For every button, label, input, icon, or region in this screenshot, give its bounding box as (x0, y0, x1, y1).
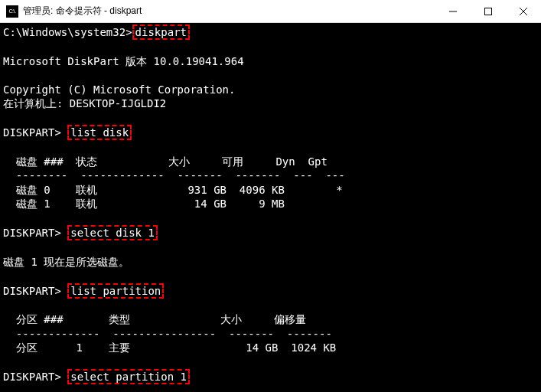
maximize-icon (484, 8, 492, 15)
disk-row-1: 磁盘 1 联机 14 GB 9 MB (3, 198, 285, 210)
cmd-icon: C:\. (6, 5, 18, 18)
close-icon (520, 8, 527, 15)
minimize-button[interactable] (435, 0, 471, 22)
cmd-highlight-seldisk: select disk 1 (67, 225, 158, 240)
disk-table-divider: -------- ------------- ------- ------- -… (3, 169, 345, 181)
cmd-highlight-diskpart: diskpart (132, 24, 190, 40)
cmd-highlight-selpart: select partition 1 (67, 369, 190, 384)
diskpart-prompt: DISKPART> (3, 371, 67, 383)
partition-table-divider: ------------- ---------------- ------- -… (3, 328, 332, 340)
diskpart-prompt: DISKPART> (3, 126, 67, 139)
diskpart-prompt: DISKPART> (3, 227, 67, 239)
diskpart-prompt: DISKPART> (3, 285, 67, 297)
disk-table-header: 磁盘 ### 状态 大小 可用 Dyn Gpt (3, 155, 328, 168)
partition-table-header: 分区 ### 类型 大小 偏移量 (3, 313, 306, 325)
maximize-button[interactable] (471, 0, 506, 22)
copyright-line: Copyright (C) Microsoft Corporation. (3, 83, 235, 96)
window-title: 管理员: 命令提示符 - diskpart (23, 5, 435, 18)
svg-rect-1 (485, 8, 492, 15)
cmd-highlight-listdisk: list disk (67, 125, 132, 140)
terminal-output[interactable]: C:\Windows\system32>diskpart Microsoft D… (0, 23, 541, 392)
window-controls (435, 0, 541, 22)
computer-line: 在计算机上: DESKTOP-IJGLDI2 (3, 97, 166, 109)
titlebar[interactable]: C:\. 管理员: 命令提示符 - diskpart (0, 0, 541, 23)
prompt-path: C:\Windows\system32> (3, 26, 132, 38)
partition-row-0: 分区 1 主要 14 GB 1024 KB (3, 341, 336, 354)
close-button[interactable] (506, 0, 541, 22)
cmd-window: C:\. 管理员: 命令提示符 - diskpart C:\Windows\sy… (0, 0, 541, 392)
seldisk-message: 磁盘 1 现在是所选磁盘。 (3, 256, 129, 268)
cmd-highlight-listpart: list partition (67, 283, 164, 299)
version-line: Microsoft DiskPart 版本 10.0.19041.964 (3, 55, 244, 67)
disk-row-0: 磁盘 0 联机 931 GB 4096 KB * (3, 184, 343, 196)
minimize-icon (449, 8, 457, 15)
